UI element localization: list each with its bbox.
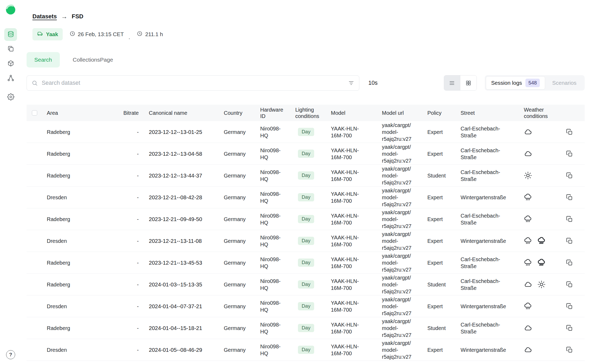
cell-policy: Expert [422, 230, 453, 252]
copy-row-button[interactable] [566, 216, 573, 223]
cell-canonical-name: 2023-12-12--13-01-25 [140, 121, 220, 143]
cell-street: Carl-Eschebach-Straße [453, 252, 515, 273]
vehicle-badge[interactable]: Yaak [32, 28, 63, 40]
column-header-hardware-id[interactable]: Hardware ID [257, 105, 291, 121]
cell-policy: Student [422, 317, 453, 339]
rain-icon [524, 215, 532, 223]
cell-model-url: yaak/​cargpt/​model-​r5ajq2ru:v27 [376, 165, 422, 186]
breadcrumb: Datasets → FSD [32, 13, 585, 20]
row-select-cell [27, 339, 41, 361]
copy-row-button[interactable] [566, 259, 573, 266]
cell-bitrate: - [119, 165, 140, 186]
cell-policy: Expert [422, 143, 453, 164]
copy-row-button[interactable] [566, 346, 573, 353]
session-datetime: 26 Feb, 13:15 CET [70, 31, 124, 38]
column-header-model[interactable]: Model [326, 105, 376, 121]
cell-lighting-conditions: Day [291, 295, 326, 317]
column-header-model-url[interactable]: Model url [376, 105, 422, 121]
cell-model-url: yaak/​cargpt/​model-​r5ajq2ru:v27 [376, 143, 422, 164]
table-row[interactable]: Radeberg - 2023-12-12--13-01-25 Germany … [27, 121, 585, 143]
column-header-lighting-conditions[interactable]: Lighting conditions [291, 105, 326, 121]
cell-model: YAAK-​HLN-16M-700 [326, 187, 376, 208]
filter-icon[interactable] [348, 80, 354, 86]
tab-collections-page[interactable]: CollectionsPage [65, 52, 121, 67]
table-row[interactable]: Dresden - 2024-01-04--07-37-21 Germany N… [27, 295, 585, 317]
table-row[interactable]: Radeberg - 2023-12-12--13-04-58 Germany … [27, 143, 585, 165]
cell-model-url: yaak/​cargpt/​model-​r5ajq2ru:v27 [376, 339, 422, 361]
copy-row-button[interactable] [566, 129, 573, 136]
cell-lighting-conditions: Day [291, 274, 326, 295]
column-header-street[interactable]: Street [453, 105, 515, 121]
breadcrumb-datasets-link[interactable]: Datasets [32, 13, 57, 20]
scenarios-tab[interactable]: Scenarios [545, 76, 584, 90]
cell-actions [554, 295, 585, 317]
column-header-policy[interactable]: Policy [422, 105, 453, 121]
cell-model-url: yaak/​cargpt/​model-​r5ajq2ru:v27 [376, 121, 422, 143]
cell-country: Germany [220, 339, 257, 361]
cell-area: Radeberg [41, 165, 119, 186]
select-all-checkbox[interactable] [32, 110, 37, 116]
table-row[interactable]: Radeberg - 2024-01-04--15-18-21 Germany … [27, 317, 585, 339]
cell-canonical-name: 2023-12-21--09-49-50 [140, 208, 220, 230]
session-duration: 211.1 h [137, 31, 163, 38]
box-icon [7, 60, 14, 68]
sidebar-item-packages[interactable] [4, 57, 17, 70]
row-select-cell [27, 187, 41, 208]
sidebar-item-datasets[interactable] [4, 28, 17, 41]
copy-row-button[interactable] [566, 325, 573, 332]
help-button[interactable]: ? [6, 350, 15, 359]
copy-icon [566, 325, 573, 332]
table-row[interactable]: Dresden - 2024-01-05--08-46-29 Germany N… [27, 339, 585, 361]
column-header-country[interactable]: Country [220, 105, 257, 121]
cell-weather-conditions [515, 208, 554, 230]
table-row[interactable]: Dresden - 2023-12-21--08-42-28 Germany N… [27, 187, 585, 208]
table-row[interactable]: Radeberg - 2023-12-21--13-45-53 Germany … [27, 252, 585, 274]
cell-canonical-name: 2024-01-04--15-18-21 [140, 317, 220, 339]
table-row[interactable]: Radeberg - 2023-12-21--09-49-50 Germany … [27, 208, 585, 230]
cell-area: Radeberg [41, 274, 119, 295]
cell-actions [554, 230, 585, 252]
cell-model-url: yaak/​cargpt/​model-​r5ajq2ru:v27 [376, 252, 422, 273]
cell-model: YAAK-​HLN-16M-700 [326, 230, 376, 252]
copy-icon [566, 346, 573, 353]
copy-row-button[interactable] [566, 281, 573, 288]
cloud-icon [524, 150, 532, 158]
table-row[interactable]: Radeberg - 2024-01-03--15-13-35 Germany … [27, 274, 585, 295]
column-header-area[interactable]: Area [41, 105, 119, 121]
grid-view-button[interactable] [460, 75, 477, 90]
cell-actions [554, 187, 585, 208]
copy-row-button[interactable] [566, 238, 573, 244]
cell-lighting-conditions: Day [291, 339, 326, 361]
copy-row-button[interactable] [566, 194, 573, 201]
sidebar-item-collections[interactable] [4, 43, 17, 56]
list-view-button[interactable] [444, 75, 460, 90]
lighting-day-badge: Day [298, 150, 314, 158]
copy-icon [566, 172, 573, 179]
column-header-canonical-name[interactable]: Canonical name [140, 105, 220, 121]
page-tabs: Search CollectionsPage [27, 52, 585, 67]
cell-area: Radeberg [41, 317, 119, 339]
table-row[interactable]: Dresden - 2023-12-21--13-11-08 Germany N… [27, 230, 585, 252]
refresh-interval[interactable]: 10s [368, 80, 378, 86]
copy-row-button[interactable] [566, 303, 573, 310]
cell-weather-conditions [515, 295, 554, 317]
cell-area: Dresden [41, 230, 119, 252]
heavy-rain-icon [537, 237, 546, 245]
cell-hardware-id: Niro098-​HQ [257, 274, 291, 295]
cell-area: Dresden [41, 187, 119, 208]
app-logo-icon[interactable] [5, 4, 16, 15]
column-header-bitrate[interactable]: Bitrate [119, 105, 140, 121]
copy-row-button[interactable] [566, 172, 573, 179]
cell-model: YAAK-​HLN-16M-700 [326, 143, 376, 164]
tab-search[interactable]: Search [27, 52, 60, 67]
table-row[interactable]: Radeberg - 2023-12-12--13-44-37 Germany … [27, 165, 585, 187]
column-header-weather-conditions[interactable]: Weather conditions [515, 105, 554, 121]
sidebar-item-workflows[interactable] [4, 72, 17, 85]
copy-row-button[interactable] [566, 150, 573, 157]
cell-policy: Expert [422, 121, 453, 143]
search-input[interactable] [42, 80, 344, 86]
sidebar-item-settings[interactable] [4, 91, 17, 104]
cell-model: YAAK-​HLN-16M-700 [326, 317, 376, 339]
lighting-day-badge: Day [298, 128, 314, 136]
session-logs-tab[interactable]: Session logs 548 [486, 76, 545, 90]
